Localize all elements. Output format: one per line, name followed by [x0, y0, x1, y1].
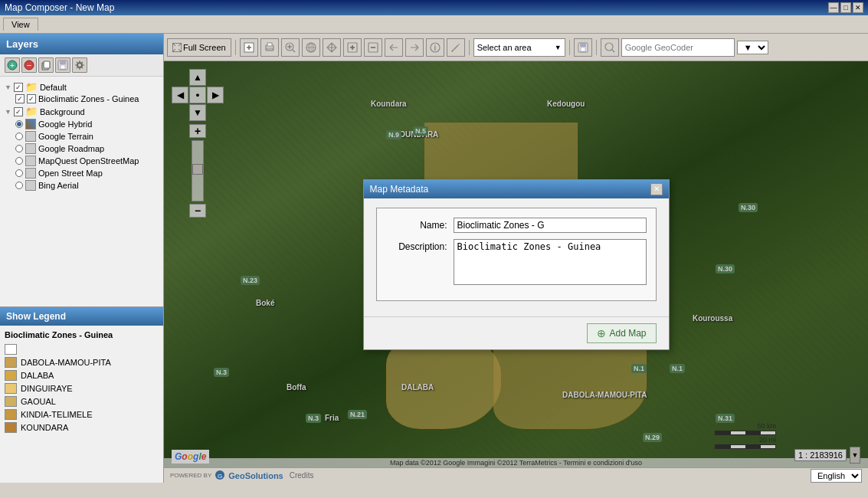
layer-google-hybrid-radio[interactable] [15, 120, 23, 128]
layer-bing-aerial[interactable]: Bing Aerial [14, 179, 160, 192]
legend-label-koundara: KOUNDARA [21, 423, 68, 432]
copy-layer-btn[interactable] [38, 57, 54, 73]
powered-by-text: POWERED BY [170, 472, 211, 479]
svg-point-9 [77, 63, 82, 67]
layer-openstreetmap[interactable]: Open Street Map [14, 167, 160, 179]
layer-bioclimatic[interactable]: Bioclimatic Zones - Guinea [14, 93, 160, 104]
status-bar: POWERED BY G GeoSolutions Credits Englis… [164, 467, 868, 483]
layer-group-default-item[interactable]: ▼ 📁 Default [3, 80, 160, 93]
sep4 [596, 40, 597, 55]
minimize-btn[interactable]: — [828, 2, 839, 13]
tool-info[interactable]: i [426, 38, 444, 57]
legend-content: Bioclimatic Zones - Guinea DABOLA-MAMOU-… [0, 326, 163, 482]
geocoder-input[interactable] [621, 38, 735, 57]
legend-item-kindia: KINDIA-TELIMELE [5, 409, 159, 420]
credits-label: Credits [290, 471, 314, 480]
modal-overlay: Map Metadata ✕ Name: Description: [164, 61, 868, 467]
language-select[interactable]: English [811, 469, 862, 483]
fullscreen-btn[interactable]: Full Screen [167, 38, 231, 57]
select-area-combo[interactable]: Select an area ▼ [473, 38, 565, 57]
layer-google-terrain-icon [25, 131, 36, 142]
svg-point-25 [605, 43, 613, 51]
window-controls: — □ ✕ [828, 2, 863, 13]
modal-titlebar: Map Metadata ✕ [364, 180, 669, 198]
remove-layer-btn[interactable]: − [21, 57, 37, 73]
left-panel: Layers + − [0, 34, 164, 483]
tool-measure[interactable] [447, 38, 465, 57]
folder-icon: 📁 [25, 81, 38, 93]
add-map-btn[interactable]: ⊕ Add Map [587, 323, 656, 343]
legend-color-dinguiraye [5, 383, 17, 394]
tool-next-extent[interactable] [405, 38, 424, 57]
svg-text:+: + [10, 61, 15, 70]
layer-group-default-checkbox[interactable] [14, 83, 23, 92]
view-tab[interactable]: View [3, 18, 38, 31]
legend-item-dinguiraye: DINGUIRAYE [5, 383, 159, 394]
svg-rect-8 [61, 65, 65, 69]
app-title: Map Composer - New Map [5, 2, 114, 13]
map-canvas[interactable]: MALI-MONT L'OURADINGUIRAYEDABOLA-MAMOU-P… [164, 61, 868, 467]
svg-text:−: − [27, 61, 31, 70]
layer-google-roadmap-radio[interactable] [15, 145, 23, 152]
tab-area: View [0, 15, 868, 34]
layer-mapquest-label: MapQuest OpenStreetMap [38, 156, 139, 165]
tool-pan[interactable] [323, 38, 341, 57]
layer-google-hybrid[interactable]: Google Hybrid [14, 118, 160, 130]
tool-zoom-extent[interactable] [281, 38, 300, 57]
modal-dialog: Map Metadata ✕ Name: Description: [363, 179, 670, 350]
tool-print[interactable] [260, 38, 279, 57]
legend-color-kindia [5, 409, 17, 420]
save-layer-btn[interactable] [55, 57, 70, 73]
layers-title: Layers [6, 38, 38, 50]
layer-bioclimatic-vis[interactable] [27, 94, 36, 103]
legend-color-dalaba [5, 370, 17, 381]
legend-item-dalaba: DALABA [5, 370, 159, 381]
modal-content: Name: Description: [376, 208, 657, 301]
tool-globe[interactable] [302, 38, 320, 57]
status-left: POWERED BY G GeoSolutions Credits [170, 470, 313, 482]
tool-geocoder-icon[interactable] [601, 38, 619, 57]
layer-mapquest-radio[interactable] [15, 157, 23, 165]
legend-item-gaoual: GAOUAL [5, 396, 159, 407]
layer-osm-radio[interactable] [15, 169, 23, 177]
layer-google-terrain-radio[interactable] [15, 133, 23, 140]
legend-item-koundara: KOUNDARA [5, 422, 159, 433]
maximize-btn[interactable]: □ [840, 2, 851, 13]
status-right: English [811, 469, 862, 483]
layer-bioclimatic-checkbox[interactable] [15, 94, 25, 103]
layer-google-roadmap[interactable]: Google Roadmap [14, 143, 160, 155]
tool-new-map[interactable] [240, 38, 258, 57]
legend-item-blank [5, 344, 159, 355]
legend-label-gaoual: GAOUAL [21, 397, 56, 406]
layer-bing-label: Bing Aerial [38, 181, 79, 190]
geo-logo: G [215, 470, 225, 482]
layer-group-background-item[interactable]: ▼ 📁 Background [3, 105, 160, 118]
layer-bing-radio[interactable] [15, 182, 23, 189]
svg-text:i: i [434, 44, 436, 52]
sep1 [235, 40, 236, 55]
layer-mapquest[interactable]: MapQuest OpenStreetMap [14, 155, 160, 167]
svg-rect-13 [267, 43, 272, 46]
modal-footer: ⊕ Add Map [364, 316, 669, 349]
svg-text:G: G [218, 473, 222, 480]
svg-rect-5 [44, 61, 50, 68]
settings-layer-btn[interactable] [72, 57, 87, 73]
tool-zoom-in[interactable] [343, 38, 362, 57]
layer-group-bg-checkbox[interactable] [14, 107, 23, 116]
layer-google-terrain[interactable]: Google Terrain [14, 130, 160, 143]
close-btn[interactable]: ✕ [853, 2, 863, 13]
tool-save[interactable] [574, 38, 592, 57]
tool-prev-extent[interactable] [385, 38, 403, 57]
tool-zoom-out[interactable] [364, 38, 382, 57]
layer-group-background: ▼ 📁 Background Google Hybrid [3, 105, 160, 192]
fullscreen-label: Full Screen [183, 43, 226, 52]
modal-title: Map Metadata [370, 184, 429, 195]
add-layer-btn[interactable]: + [5, 57, 20, 73]
map-toolbar: Full Screen [164, 34, 868, 61]
modal-close-btn[interactable]: ✕ [650, 183, 663, 195]
description-textarea[interactable] [454, 239, 647, 285]
legend-label-dinguiraye: DINGUIRAYE [21, 384, 73, 393]
name-input[interactable] [454, 218, 647, 233]
layer-toolbar: + − [0, 54, 163, 77]
geocoder-dropdown[interactable]: ▼ [737, 41, 768, 54]
